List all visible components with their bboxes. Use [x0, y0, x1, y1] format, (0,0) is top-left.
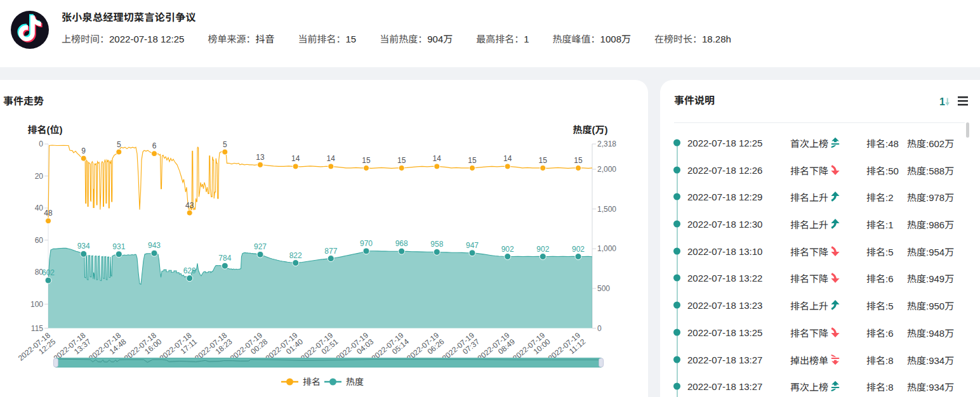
svg-text:15: 15: [362, 156, 371, 165]
svg-text:968: 968: [395, 239, 408, 248]
svg-text:947: 947: [466, 241, 479, 250]
svg-text:100: 100: [30, 300, 43, 309]
svg-text:602: 602: [42, 268, 55, 277]
svg-text:14: 14: [433, 154, 442, 163]
svg-text:热度(万): 热度(万): [573, 124, 608, 135]
svg-text:14: 14: [503, 154, 512, 163]
svg-text:500: 500: [597, 284, 610, 293]
svg-text:2,000: 2,000: [597, 165, 616, 174]
svg-text:1,500: 1,500: [597, 205, 616, 214]
svg-text:934: 934: [77, 242, 90, 251]
svg-text:970: 970: [360, 239, 373, 248]
svg-text:5: 5: [223, 140, 227, 149]
svg-text:0: 0: [597, 324, 602, 333]
svg-text:958: 958: [430, 240, 443, 249]
svg-text:629: 629: [183, 266, 196, 275]
svg-text:13: 13: [256, 153, 265, 162]
svg-text:0: 0: [39, 140, 43, 148]
svg-text:943: 943: [148, 241, 161, 250]
svg-text:热度: 热度: [346, 377, 364, 387]
svg-text:5: 5: [117, 140, 121, 149]
svg-text:902: 902: [572, 245, 585, 254]
svg-text:9: 9: [81, 146, 86, 155]
svg-text:15: 15: [397, 156, 406, 165]
svg-text:43: 43: [185, 201, 194, 210]
svg-text:15: 15: [468, 156, 477, 165]
svg-text:877: 877: [324, 247, 337, 256]
svg-text:2022-07-1812:25: 2022-07-1812:25: [17, 330, 58, 368]
svg-text:902: 902: [501, 245, 514, 254]
svg-text:14: 14: [327, 154, 336, 163]
svg-text:排名: 排名: [303, 377, 321, 387]
svg-text:15: 15: [539, 156, 548, 165]
svg-text:20: 20: [35, 172, 44, 181]
svg-text:784: 784: [218, 254, 231, 263]
svg-text:15: 15: [574, 156, 583, 165]
svg-text:931: 931: [112, 242, 125, 251]
svg-text:48: 48: [44, 209, 53, 218]
svg-text:927: 927: [254, 242, 267, 251]
svg-text:902: 902: [536, 245, 549, 254]
svg-text:1,000: 1,000: [597, 244, 616, 253]
svg-text:115: 115: [31, 324, 43, 333]
svg-text:60: 60: [35, 236, 44, 245]
svg-text:1: 1: [939, 96, 945, 107]
svg-text:14: 14: [291, 154, 300, 163]
svg-text:排名(位): 排名(位): [28, 124, 63, 135]
svg-text:6: 6: [152, 141, 157, 150]
svg-text:40: 40: [35, 204, 44, 212]
svg-text:2,318: 2,318: [597, 140, 616, 148]
svg-text:822: 822: [289, 251, 302, 260]
